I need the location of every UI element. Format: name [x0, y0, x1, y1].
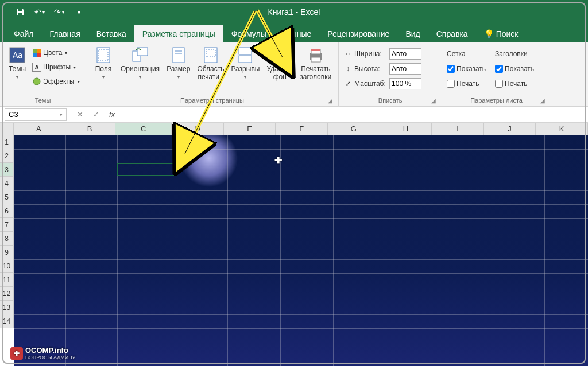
- row-header[interactable]: 2: [0, 149, 14, 163]
- save-icon[interactable]: [11, 3, 29, 21]
- row-header[interactable]: 10: [0, 259, 14, 273]
- row-header[interactable]: 4: [0, 177, 14, 190]
- group-sheet-options-label: Параметры листа: [470, 97, 523, 104]
- title-bar: ↶▾ ↷▾ ▾ Книга1 - Excel: [0, 0, 588, 24]
- row-header[interactable]: 14: [0, 314, 14, 328]
- window-title: Книга1 - Excel: [268, 7, 320, 17]
- tab-file[interactable]: Файл: [6, 25, 41, 42]
- effects-icon: [32, 77, 41, 86]
- print-titles-button[interactable]: Печататьзаголовки: [297, 45, 334, 83]
- tab-review[interactable]: Рецензирование: [319, 25, 397, 42]
- print-area-button[interactable]: Областьпечати ▾: [195, 45, 226, 83]
- column-header[interactable]: F: [276, 123, 328, 135]
- print-titles-icon: [307, 46, 325, 64]
- row-header[interactable]: 8: [0, 232, 14, 246]
- worksheet-grid[interactable]: ABCDEFGHIJK 1234567891011121314 ✚ ✚ OCOM…: [0, 123, 588, 366]
- name-box[interactable]: C3 ▾: [5, 108, 67, 121]
- undo-icon[interactable]: ↶▾: [31, 3, 48, 21]
- margins-button[interactable]: Поля ▾: [91, 45, 116, 81]
- themes-button[interactable]: Aa Темы ▾: [5, 45, 30, 81]
- tab-view[interactable]: Вид: [397, 25, 428, 42]
- row-header[interactable]: 5: [0, 190, 14, 204]
- column-header[interactable]: B: [64, 123, 115, 135]
- colors-button[interactable]: Цвета▾: [32, 46, 80, 60]
- formula-input[interactable]: [118, 108, 588, 121]
- width-label: Ширина:: [354, 50, 388, 58]
- scale-icon: ⤢: [343, 79, 353, 88]
- column-header[interactable]: G: [328, 123, 380, 135]
- column-header[interactable]: J: [484, 123, 536, 135]
- width-input[interactable]: [389, 48, 421, 60]
- tell-me-search[interactable]: 💡 Поиск: [476, 25, 527, 42]
- name-box-value: C3: [9, 110, 18, 119]
- gridlines-show-checkbox[interactable]: [447, 65, 455, 73]
- print-titles-label1: Печатать: [301, 65, 330, 73]
- fonts-label: Шрифты: [43, 63, 71, 71]
- tab-data[interactable]: Данные: [274, 25, 320, 42]
- row-header[interactable]: 6: [0, 204, 14, 218]
- column-header[interactable]: H: [380, 123, 432, 135]
- delete-background-button[interactable]: Удалитьфон: [264, 45, 295, 83]
- breaks-button[interactable]: Разрывы ▾: [229, 45, 262, 81]
- fx-icon[interactable]: fx: [106, 108, 118, 121]
- height-input[interactable]: [389, 63, 421, 75]
- headings-show-checkbox[interactable]: [495, 65, 503, 73]
- ribbon-tabs: Файл Главная Вставка Разметка страницы Ф…: [0, 24, 588, 42]
- svg-rect-17: [239, 56, 252, 63]
- column-header[interactable]: C: [115, 123, 172, 135]
- tab-formulas[interactable]: Формулы: [223, 25, 274, 42]
- qat-customize-icon[interactable]: ▾: [70, 3, 87, 21]
- cancel-icon[interactable]: ✕: [74, 108, 86, 121]
- dropdown-caret-icon: ▾: [16, 75, 18, 80]
- tab-page-layout[interactable]: Разметка страницы: [134, 25, 223, 42]
- dialog-launcher-icon[interactable]: ◢: [540, 98, 545, 104]
- redo-icon[interactable]: ↷▾: [51, 3, 68, 21]
- gridlines-show-label: Показать: [457, 65, 486, 73]
- orientation-button[interactable]: Ориентация ▾: [118, 45, 162, 81]
- svg-point-20: [282, 50, 285, 53]
- size-button[interactable]: Размер ▾: [164, 45, 192, 81]
- group-scale-to-fit: ↔ Ширина: ↕ Высота: ⤢ Масштаб: Вписать◢: [339, 42, 442, 106]
- fonts-button[interactable]: A Шрифты▾: [32, 60, 80, 74]
- scale-label: Масштаб:: [354, 80, 388, 88]
- tab-help[interactable]: Справка: [428, 25, 476, 42]
- search-label: Поиск: [496, 29, 519, 38]
- row-header[interactable]: 7: [0, 218, 14, 232]
- effects-button[interactable]: Эффекты▾: [32, 75, 80, 88]
- svg-rect-3: [37, 49, 41, 53]
- tab-home[interactable]: Главная: [41, 25, 88, 42]
- column-header[interactable]: K: [536, 123, 588, 135]
- ribbon: Aa Темы ▾ Цвета▾ A Шрифты▾ Эффекты▾: [0, 42, 588, 107]
- enter-icon[interactable]: ✓: [90, 108, 102, 121]
- svg-rect-16: [239, 48, 252, 54]
- column-header[interactable]: A: [14, 123, 65, 135]
- delete-bg-label2: фон: [273, 73, 287, 81]
- row-header[interactable]: 13: [0, 301, 14, 314]
- column-header[interactable]: D: [172, 123, 224, 135]
- watermark-site: OCOMP.info: [25, 346, 68, 355]
- row-header[interactable]: 12: [0, 287, 14, 301]
- row-header[interactable]: 3: [0, 163, 14, 177]
- svg-rect-2: [33, 49, 37, 53]
- select-all-corner[interactable]: [0, 123, 14, 135]
- margins-icon: [94, 46, 113, 64]
- dialog-launcher-icon[interactable]: ◢: [328, 98, 332, 104]
- height-icon: ↕: [343, 64, 353, 73]
- row-header[interactable]: 9: [0, 246, 14, 259]
- tab-insert[interactable]: Вставка: [88, 25, 134, 42]
- row-header[interactable]: 1: [0, 135, 14, 149]
- margins-label: Поля: [95, 65, 112, 73]
- dialog-launcher-icon[interactable]: ◢: [431, 98, 436, 104]
- svg-text:Aa: Aa: [13, 50, 22, 60]
- dropdown-caret-icon: ▾: [60, 112, 63, 118]
- selected-cell[interactable]: [117, 163, 174, 176]
- column-header[interactable]: E: [224, 123, 276, 135]
- dropdown-caret-icon: ▾: [244, 75, 246, 80]
- column-header[interactable]: I: [432, 123, 484, 135]
- gridlines-print-checkbox[interactable]: [447, 80, 455, 88]
- row-header[interactable]: 11: [0, 273, 14, 287]
- scale-input[interactable]: [389, 78, 421, 89]
- headings-print-checkbox[interactable]: [495, 80, 503, 88]
- gridlines-heading: Сетка: [447, 50, 466, 58]
- svg-rect-5: [37, 53, 41, 57]
